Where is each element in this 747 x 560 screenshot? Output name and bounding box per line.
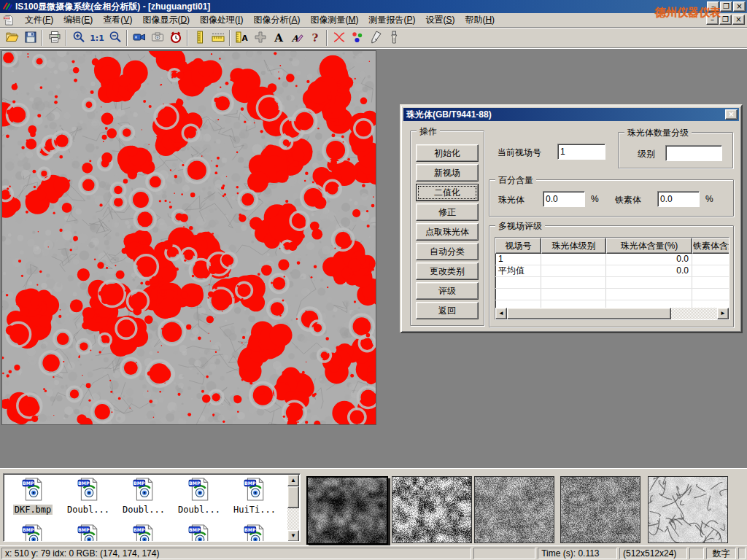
- move-cross-button[interactable]: [251, 29, 269, 47]
- scrollbar-thumb[interactable]: [507, 308, 671, 319]
- elapsed-time: Time (s): 0.113: [538, 548, 617, 559]
- zoom-out-icon: [108, 30, 123, 47]
- print-button[interactable]: [45, 29, 63, 47]
- ruler-horizontal-button[interactable]: [209, 29, 227, 47]
- file-item-partial[interactable]: BMP: [5, 522, 61, 542]
- file-item-Doubl...[interactable]: BMPDoubl...: [171, 475, 227, 515]
- menu-item-file[interactable]: 文件(F): [20, 12, 58, 28]
- menu-item-view[interactable]: 查看(V): [98, 12, 137, 28]
- op-button-二值化[interactable]: 二值化: [416, 184, 479, 201]
- dialog-close-icon[interactable]: ×: [725, 109, 738, 120]
- video-camera-button[interactable]: [130, 29, 148, 47]
- file-item-HuiTi...[interactable]: BMPHuiTi...: [227, 475, 282, 515]
- caliper-button[interactable]: [190, 29, 209, 47]
- table-horizontal-scrollbar[interactable]: ◄ ►: [495, 308, 729, 319]
- menu-item-settings[interactable]: 设置(S): [420, 12, 460, 28]
- svg-text:A: A: [274, 31, 283, 44]
- dialog-title-bar[interactable]: 珠光体(GB/T9441-88) ×: [403, 108, 739, 121]
- bmp-file-icon: BMP: [244, 524, 266, 542]
- pearlite-percent-input[interactable]: [543, 191, 585, 207]
- caliper-text-icon: A: [235, 30, 249, 47]
- file-browser: BMPDKF.bmpBMPDoubl...BMPDoubl...BMPDoubl…: [3, 473, 301, 542]
- table-cell: [495, 277, 541, 288]
- op-button-新视场[interactable]: 新视场: [416, 164, 479, 182]
- svg-text:BMP: BMP: [133, 527, 145, 532]
- bmp-file-icon: BMP: [133, 478, 155, 503]
- mode-indicator: 数字: [706, 548, 736, 559]
- annotate-button[interactable]: A: [287, 29, 306, 47]
- metallographic-image[interactable]: [1, 50, 376, 425]
- table-row[interactable]: [495, 289, 729, 300]
- app-logo-icon: [2, 1, 12, 12]
- file-item-Doubl...[interactable]: BMPDoubl...: [61, 475, 116, 515]
- thumbnail-3[interactable]: [474, 476, 554, 543]
- op-button-初始化[interactable]: 初始化: [416, 144, 479, 162]
- svg-text:BMP: BMP: [23, 481, 34, 486]
- bmp-file-icon: BMP: [188, 478, 210, 503]
- zoom-out-button[interactable]: [106, 29, 124, 47]
- grade-input[interactable]: [665, 145, 722, 161]
- op-button-自动分类[interactable]: 自动分类: [416, 243, 479, 260]
- mdi-restore-button[interactable]: ❐: [719, 15, 732, 25]
- pearlite-dialog: 珠光体(GB/T9441-88) × 操作 初始化新视场二值化修正点取珠光体自动…: [400, 104, 743, 333]
- file-item-partial[interactable]: BMP: [61, 522, 116, 542]
- zoom-in-button[interactable]: [69, 29, 88, 47]
- close-button[interactable]: ×: [733, 1, 746, 12]
- scroll-right-icon[interactable]: ►: [717, 308, 729, 319]
- thumbnail-4[interactable]: [560, 476, 640, 543]
- menu-item-image-display[interactable]: 图像显示(D): [137, 12, 195, 28]
- pen-button[interactable]: [366, 29, 384, 47]
- file-vertical-scrollbar[interactable]: ▲ ▼: [287, 475, 299, 542]
- text-a-button[interactable]: A: [269, 29, 287, 47]
- save-button[interactable]: [21, 29, 39, 47]
- menu-item-image-measure[interactable]: 图像测量(M): [305, 12, 363, 28]
- scroll-up-icon[interactable]: ▲: [287, 475, 299, 486]
- toolbar-separator: [42, 30, 43, 46]
- menu-item-edit[interactable]: 编辑(E): [58, 12, 98, 28]
- caliper-text-button[interactable]: A: [233, 29, 251, 47]
- op-button-修正[interactable]: 修正: [416, 203, 479, 221]
- table-cell: [692, 277, 729, 288]
- op-button-更改类别[interactable]: 更改类别: [416, 262, 479, 280]
- file-item-Doubl...[interactable]: BMPDoubl...: [116, 475, 171, 515]
- document-icon[interactable]: DOC: [3, 15, 14, 26]
- flashlight-button[interactable]: [384, 29, 403, 47]
- mdi-close-button[interactable]: ×: [732, 15, 745, 25]
- ferrite-percent-sign: %: [705, 194, 713, 204]
- vendor-watermark: 德州仪器仪表: [655, 6, 721, 20]
- restore-button[interactable]: ❐: [720, 1, 732, 12]
- thumbnail-1[interactable]: [306, 476, 388, 545]
- file-scrollbar-thumb[interactable]: [287, 486, 299, 508]
- file-item-DKF.bmp[interactable]: BMPDKF.bmp: [5, 475, 61, 515]
- ferrite-percent-input[interactable]: [657, 191, 700, 207]
- thumbnail-5[interactable]: [648, 476, 728, 543]
- open-button[interactable]: [3, 29, 21, 47]
- scroll-left-icon[interactable]: ◄: [495, 308, 507, 319]
- scroll-down-icon[interactable]: ▼: [287, 530, 299, 542]
- help-button[interactable]: ?: [306, 29, 324, 47]
- table-row[interactable]: [495, 277, 729, 289]
- clock-button[interactable]: [166, 29, 185, 47]
- svg-text:BMP: BMP: [189, 527, 201, 532]
- table-cell: 平均值: [495, 265, 541, 276]
- menu-item-help[interactable]: 帮助(H): [460, 12, 500, 28]
- one-to-one-button[interactable]: 1:1: [88, 29, 106, 47]
- curve-tool-button[interactable]: [330, 29, 348, 47]
- table-row[interactable]: 平均值0.0: [495, 265, 729, 277]
- file-item-partial[interactable]: BMP: [171, 522, 227, 542]
- file-item-partial[interactable]: BMP: [227, 522, 282, 542]
- count-points-button[interactable]: [348, 29, 366, 47]
- table-row[interactable]: 10.0: [495, 254, 729, 265]
- camera-button[interactable]: [148, 29, 166, 47]
- menu-item-measure-report[interactable]: 测量报告(P): [363, 12, 420, 28]
- thumbnail-2[interactable]: [392, 476, 472, 543]
- menu-item-image-analysis[interactable]: 图像分析(A): [248, 12, 305, 28]
- op-button-返回[interactable]: 返回: [416, 302, 479, 319]
- file-item-partial[interactable]: BMP: [116, 522, 171, 542]
- menu-item-image-process[interactable]: 图像处理(I): [195, 12, 248, 28]
- menu-bar: DOC 文件(F)编辑(E)查看(V)图像显示(D)图像处理(I)图像分析(A)…: [0, 13, 747, 28]
- op-button-点取珠光体[interactable]: 点取珠光体: [416, 223, 479, 241]
- table-cell: [495, 289, 541, 300]
- current-field-input[interactable]: [557, 144, 605, 160]
- op-button-评级[interactable]: 评级: [416, 282, 479, 300]
